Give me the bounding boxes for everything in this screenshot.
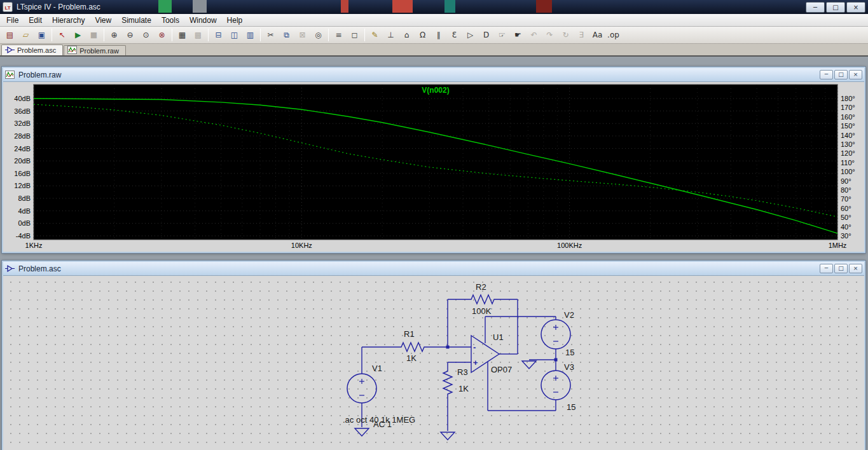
menu-item-help[interactable]: Help bbox=[222, 15, 248, 26]
print-preview-button[interactable]: ◻ bbox=[347, 28, 362, 43]
wire-button[interactable]: ✎ bbox=[367, 28, 383, 43]
v1-source-symbol[interactable] bbox=[347, 374, 376, 403]
grid-button[interactable]: ▦ bbox=[174, 28, 190, 43]
tab-problem-asc[interactable]: Problem.asc bbox=[1, 44, 63, 55]
tab-problem-raw[interactable]: Problem.raw bbox=[64, 45, 126, 55]
tab-bar: Problem.ascProblem.raw bbox=[0, 44, 868, 56]
schematic-window-controls: ─□× bbox=[820, 264, 862, 273]
tile-horizontal-button[interactable]: ⊟ bbox=[210, 28, 226, 43]
print-button[interactable]: ≡ bbox=[331, 28, 347, 43]
tile-vertical-button[interactable]: ◫ bbox=[226, 28, 242, 43]
r1-value-label[interactable]: 1K bbox=[406, 353, 417, 363]
phase-axis-label: 40° bbox=[841, 223, 851, 231]
capacitor-button[interactable]: ∥ bbox=[431, 28, 446, 43]
menu-item-simulate[interactable]: Simulate bbox=[116, 15, 156, 26]
waveform-window-titlebar[interactable]: Problem.raw ─□× bbox=[3, 68, 864, 82]
menu-item-edit[interactable]: Edit bbox=[24, 15, 47, 26]
phase-axis-label: 160° bbox=[841, 113, 855, 121]
r3-value-label[interactable]: 1K bbox=[458, 384, 469, 393]
zoom-back-button[interactable]: ⊖ bbox=[122, 28, 138, 43]
spice-directive-text[interactable]: .ac oct 40 1k 1MEG bbox=[343, 415, 415, 425]
cascade-windows-button[interactable]: ▥ bbox=[242, 28, 258, 43]
v2-designator-label[interactable]: V2 bbox=[564, 310, 574, 320]
app-maximize-button[interactable]: □ bbox=[826, 2, 845, 13]
r2-value-label[interactable]: 100K bbox=[472, 306, 492, 316]
menu-item-hierarchy[interactable]: Hierarchy bbox=[47, 15, 90, 26]
phase-axis-label: 150° bbox=[841, 122, 855, 130]
resistor-symbol[interactable] bbox=[443, 369, 452, 397]
open-schematic-button[interactable]: ▤ bbox=[2, 28, 18, 43]
probe-button[interactable]: ↖ bbox=[54, 28, 70, 43]
toolbar-separator bbox=[208, 29, 209, 41]
spice-directive-button[interactable]: .op bbox=[605, 28, 621, 43]
component-button[interactable]: D bbox=[478, 28, 494, 43]
menu-item-file[interactable]: File bbox=[1, 15, 24, 26]
text-button[interactable]: Aa bbox=[589, 28, 605, 43]
schematic-window-close-button[interactable]: × bbox=[849, 264, 862, 273]
v3-value-label[interactable]: 15 bbox=[567, 402, 575, 412]
paste-button: ⊠ bbox=[294, 28, 310, 43]
db-axis-label: 4dB bbox=[18, 207, 31, 215]
save-button[interactable]: ▣ bbox=[34, 28, 50, 43]
run-button[interactable]: ▶ bbox=[70, 28, 86, 43]
zoom-full-extents-button[interactable]: ⊙ bbox=[138, 28, 154, 43]
plot-area[interactable] bbox=[34, 85, 837, 240]
phase-axis-label: 140° bbox=[841, 132, 855, 139]
ground-symbol[interactable] bbox=[441, 432, 455, 440]
schematic-icon bbox=[5, 264, 15, 273]
ground-symbol[interactable] bbox=[355, 428, 369, 436]
u1-designator-label[interactable]: U1 bbox=[493, 332, 504, 342]
background-window-fragment bbox=[444, 0, 455, 13]
phase-axis-label: 100° bbox=[841, 168, 855, 175]
phase-axis-label: 80° bbox=[841, 186, 851, 194]
ground-button[interactable]: ⊥ bbox=[383, 28, 399, 43]
copy-button[interactable]: ⧉ bbox=[279, 28, 294, 43]
r2-designator-label[interactable]: R2 bbox=[476, 282, 486, 292]
menu-item-view[interactable]: View bbox=[90, 15, 116, 26]
waveform-window-close-button[interactable]: × bbox=[849, 70, 862, 79]
drag-button[interactable]: ☛ bbox=[510, 28, 526, 43]
menu-item-tools[interactable]: Tools bbox=[156, 15, 184, 26]
app-close-button[interactable]: × bbox=[846, 2, 865, 13]
move-button[interactable]: ☞ bbox=[494, 28, 510, 43]
u1-value-label[interactable]: OP07 bbox=[491, 365, 512, 374]
app-titlebar[interactable]: LT LTspice IV - Problem.asc ─□× bbox=[0, 0, 868, 14]
schematic-canvas[interactable]: -+R11KR2100KR31KU1OP07V1AC 1V215V315.ac … bbox=[3, 276, 864, 450]
waveform-icon bbox=[5, 71, 15, 79]
menu-item-window[interactable]: Window bbox=[184, 15, 222, 26]
trace-title[interactable]: V(n002) bbox=[422, 86, 449, 95]
resistor-button[interactable]: Ω bbox=[415, 28, 431, 43]
inductor-button[interactable]: Ɛ bbox=[446, 28, 462, 43]
schematic-window-maximize-button[interactable]: □ bbox=[834, 264, 848, 273]
waveform-plot-pane[interactable]: 40dB36dB32dB28dB24dB20dB16dB12dB8dB4dB0d… bbox=[3, 82, 864, 252]
waveform-window-minimize-button[interactable]: ─ bbox=[820, 70, 833, 79]
schematic-icon bbox=[5, 264, 15, 273]
mark-unconnected-button: ▩ bbox=[190, 28, 206, 43]
opamp-minus-input-label[interactable]: - bbox=[473, 343, 476, 352]
open-file-button[interactable]: ▱ bbox=[18, 28, 34, 43]
ground-symbol[interactable] bbox=[522, 361, 536, 369]
r3-designator-label[interactable]: R3 bbox=[457, 367, 468, 377]
schematic-window-titlebar[interactable]: Problem.asc ─□× bbox=[3, 262, 864, 276]
zoom-in-button[interactable]: ⊕ bbox=[106, 28, 122, 43]
v3-designator-label[interactable]: V3 bbox=[564, 362, 574, 372]
r1-designator-label[interactable]: R1 bbox=[404, 329, 415, 339]
waveform-window-maximize-button[interactable]: □ bbox=[834, 70, 848, 79]
find-button[interactable]: ◎ bbox=[310, 28, 326, 43]
opamp-plus-input-label[interactable]: + bbox=[473, 358, 478, 367]
schematic-tab-icon bbox=[5, 46, 15, 55]
resistor-symbol[interactable] bbox=[395, 343, 431, 351]
db-axis-label: 36dB bbox=[14, 107, 31, 115]
schematic-window-minimize-button[interactable]: ─ bbox=[820, 264, 833, 273]
cut-button[interactable]: ✂ bbox=[263, 28, 279, 43]
v2-source-symbol[interactable] bbox=[541, 320, 570, 349]
v2-value-label[interactable]: 15 bbox=[565, 348, 574, 357]
resistor-symbol[interactable] bbox=[448, 295, 518, 304]
net-label-button[interactable]: ⌂ bbox=[399, 28, 415, 43]
app-minimize-button[interactable]: ─ bbox=[806, 2, 825, 13]
phase-axis-label: 30° bbox=[841, 232, 851, 240]
diode-button[interactable]: ▷ bbox=[462, 28, 478, 43]
zoom-area-button[interactable]: ⊗ bbox=[154, 28, 170, 43]
v3-source-symbol[interactable] bbox=[541, 371, 570, 400]
v1-designator-label[interactable]: V1 bbox=[372, 364, 382, 373]
